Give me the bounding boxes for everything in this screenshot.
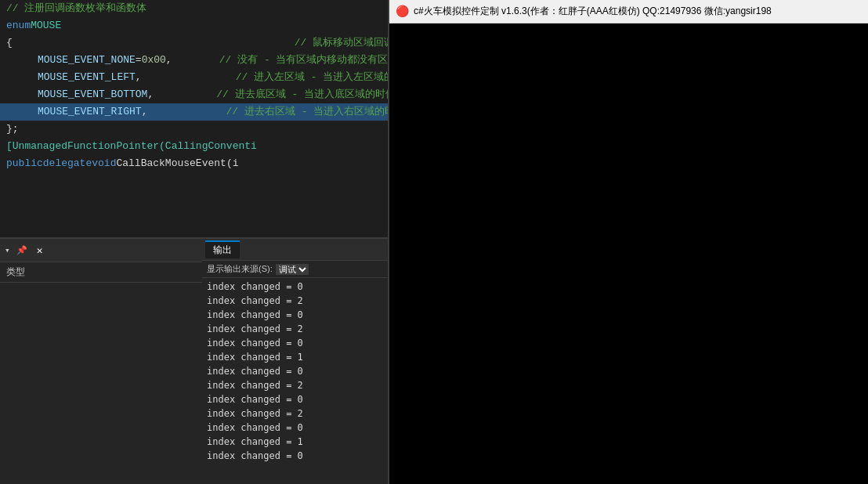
right-titlebar: 🔴 c#火车模拟控件定制 v1.6.3(作者：红胖子(AAA红模仿) QQ:21… bbox=[389, 0, 868, 23]
output-source-select[interactable]: 调试 bbox=[276, 264, 309, 275]
source-label: 显示输出来源(S): bbox=[207, 263, 273, 275]
code-line-6: MOUSE_EVENT_BOTTOM , // 进去底区域 - 当进入底区域的时… bbox=[0, 86, 389, 103]
output-line: index changed = 0 bbox=[207, 392, 385, 406]
output-line: index changed = 0 bbox=[207, 449, 385, 463]
output-tab[interactable]: 输出 bbox=[205, 240, 240, 258]
code-keyword: enum bbox=[6, 17, 31, 34]
pin-icon: 📌 bbox=[16, 245, 27, 255]
output-line: index changed = 2 bbox=[207, 294, 385, 308]
code-line-3: { // 鼠标移动区域回调事件值 bbox=[0, 34, 389, 52]
code-line-9: [UnmanagedFunctionPointer(CallingConvent… bbox=[0, 138, 389, 155]
code-type: MOUSE bbox=[31, 17, 61, 34]
output-line: index changed = 2 bbox=[207, 322, 385, 336]
output-line: index changed = 0 bbox=[207, 280, 385, 294]
output-line: index changed = 2 bbox=[207, 406, 385, 421]
code-line-5: MOUSE_EVENT_LEFT , // 进入左区域 - 当进入左区域的时候，… bbox=[0, 69, 389, 86]
output-line: index changed = 0 bbox=[207, 308, 385, 322]
output-line: index changed = 1 bbox=[207, 435, 385, 449]
code-line-7: MOUSE_EVENT_RIGHT , // 进去右区域 - 当进入右区域的时间… bbox=[0, 103, 389, 121]
code-line-8: }; bbox=[0, 121, 389, 138]
output-panel: 输出 显示输出来源(S): 调试 index changed = 0index … bbox=[202, 239, 389, 484]
output-line: index changed = 0 bbox=[207, 364, 385, 378]
class-view-header: ▾ 📌 ✕ bbox=[0, 239, 203, 262]
code-comment: // 注册回调函数枚举和函数体 bbox=[6, 0, 146, 17]
class-view-panel: ▾ 📌 ✕ 类型 bbox=[0, 239, 204, 484]
output-line: index changed = 0 bbox=[207, 421, 385, 435]
output-line: index changed = 1 bbox=[207, 350, 385, 364]
window-title: c#火车模拟控件定制 v1.6.3(作者：红胖子(AAA红模仿) QQ:2149… bbox=[414, 5, 772, 18]
code-line-1: // 注册回调函数枚举和函数体 bbox=[0, 0, 389, 17]
output-line: index changed = 0 bbox=[207, 336, 385, 350]
code-line-4: MOUSE_EVENT_NONE = 0x00 , // 没有 - 当有区域内移… bbox=[0, 52, 389, 69]
code-line-2: enum MOUSE bbox=[0, 17, 389, 34]
right-window: 🔴 c#火车模拟控件定制 v1.6.3(作者：红胖子(AAA红模仿) QQ:21… bbox=[389, 0, 868, 484]
output-line: index changed = 2 bbox=[207, 378, 385, 392]
window-icon: 🔴 bbox=[396, 5, 409, 18]
dropdown-icon: ▾ bbox=[5, 245, 10, 255]
right-content-area bbox=[389, 23, 868, 484]
output-content: index changed = 0index changed = 2index … bbox=[202, 278, 389, 484]
code-editor: // 注册回调函数枚举和函数体 enum MOUSE { // 鼠标移动区域回调… bbox=[0, 0, 389, 239]
output-panel-header: 输出 bbox=[202, 239, 389, 261]
close-icon[interactable]: ✕ bbox=[37, 244, 43, 257]
class-view-type-label: 类型 bbox=[0, 262, 203, 283]
output-source-bar: 显示输出来源(S): 调试 bbox=[202, 261, 389, 278]
code-line-10: public delegate void CallBackMouseEvent(… bbox=[0, 155, 389, 172]
